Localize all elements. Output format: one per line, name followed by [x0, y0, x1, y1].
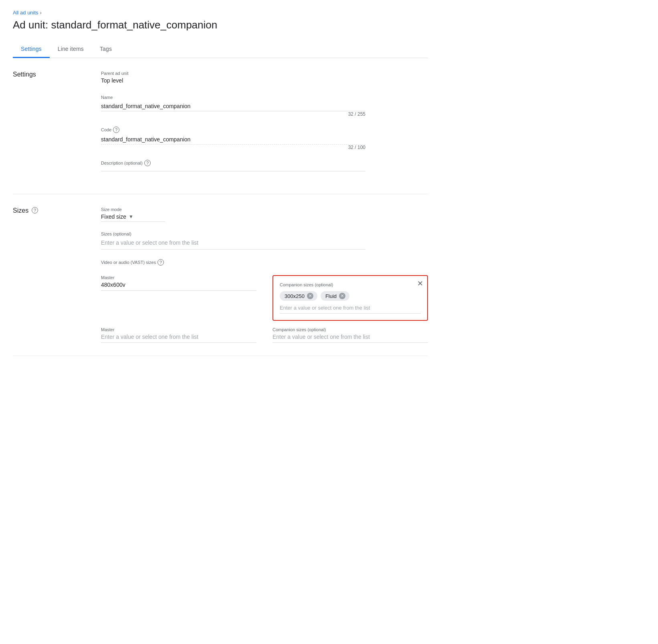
name-label: Name — [101, 95, 428, 100]
master-col-2: Master Enter a value or select one from … — [101, 327, 256, 343]
code-input[interactable] — [101, 135, 365, 145]
master-row-1: Master 480x600v ✕ Companion sizes (optio… — [101, 275, 428, 321]
tab-line-items[interactable]: Line items — [50, 41, 92, 58]
description-label: Description (optional) ? — [101, 160, 428, 166]
tab-tags[interactable]: Tags — [92, 41, 120, 58]
vast-field: Video or audio (VAST) sizes ? — [101, 259, 428, 266]
master-col-1: Master 480x600v — [101, 275, 256, 291]
size-mode-dropdown[interactable]: Fixed size ▼ — [101, 213, 165, 222]
companion-label-2: Companion sizes (optional) — [272, 327, 428, 332]
master-value-1: 480x600v — [101, 282, 256, 291]
chip-remove-1[interactable]: ✕ — [339, 293, 345, 299]
dropdown-arrow-icon: ▼ — [129, 214, 133, 219]
master-label-1: Master — [101, 275, 256, 280]
size-mode-label: Size mode — [101, 207, 428, 212]
vast-label: Video or audio (VAST) sizes ? — [101, 259, 428, 266]
sizes-input-area[interactable]: Enter a value or select one from the lis… — [101, 238, 365, 250]
master-row-2: Master Enter a value or select one from … — [101, 327, 428, 343]
companion-popup-col: ✕ Companion sizes (optional) 300x250 ✕ F… — [272, 275, 428, 321]
size-mode-value: Fixed size — [101, 213, 126, 220]
breadcrumb-link[interactable]: All ad units — [13, 10, 38, 16]
description-field: Description (optional) ? — [101, 160, 428, 171]
name-count: 32 / 255 — [101, 111, 365, 117]
companion-chip-0: 300x250 ✕ — [280, 291, 317, 301]
companion-chips: 300x250 ✕ Fluid ✕ — [280, 291, 421, 301]
companion-chip-1: Fluid ✕ — [321, 291, 349, 301]
sizes-help-icon[interactable]: ? — [32, 207, 38, 213]
size-mode-field: Size mode Fixed size ▼ — [101, 207, 428, 222]
code-help-icon[interactable]: ? — [113, 127, 119, 133]
sizes-content: Size mode Fixed size ▼ Sizes (optional) … — [101, 207, 428, 343]
parent-ad-unit-field: Parent ad unit Top level — [101, 71, 428, 85]
companion-popup-label: Companion sizes (optional) — [280, 282, 421, 287]
description-help-icon[interactable]: ? — [144, 160, 151, 166]
code-field: Code ? 32 / 100 — [101, 127, 428, 150]
master-placeholder-2[interactable]: Enter a value or select one from the lis… — [101, 334, 256, 343]
breadcrumb-chevron: › — [40, 10, 42, 16]
name-input[interactable] — [101, 101, 365, 111]
companion-input[interactable]: Enter a value or select one from the lis… — [280, 305, 421, 314]
chip-value-0: 300x250 — [285, 293, 305, 299]
settings-section: Settings Parent ad unit Top level Name 3… — [13, 58, 428, 194]
code-count: 32 / 100 — [101, 145, 365, 150]
parent-ad-unit-value: Top level — [101, 77, 428, 85]
page-title: Ad unit: standard_format_native_companio… — [13, 19, 428, 31]
companion-popup: ✕ Companion sizes (optional) 300x250 ✕ F… — [272, 275, 428, 321]
companion-popup-close-button[interactable]: ✕ — [417, 280, 423, 287]
master-label-2: Master — [101, 327, 256, 332]
tabs-bar: Settings Line items Tags — [13, 41, 428, 58]
settings-content: Parent ad unit Top level Name 32 / 255 C… — [101, 71, 428, 181]
parent-ad-unit-label: Parent ad unit — [101, 71, 428, 76]
chip-value-1: Fluid — [325, 293, 337, 299]
chip-remove-0[interactable]: ✕ — [307, 293, 313, 299]
tab-settings[interactable]: Settings — [13, 41, 50, 58]
sizes-optional-label: Sizes (optional) — [101, 231, 428, 236]
companion-col-2: Companion sizes (optional) Enter a value… — [272, 327, 428, 343]
vast-help-icon[interactable]: ? — [157, 259, 164, 266]
breadcrumb[interactable]: All ad units › — [13, 10, 428, 16]
companion-placeholder-2[interactable]: Enter a value or select one from the lis… — [272, 334, 428, 343]
code-label: Code ? — [101, 127, 428, 133]
sizes-section-label: Sizes ? — [13, 207, 101, 343]
sizes-placeholder: Enter a value or select one from the lis… — [101, 239, 198, 246]
sizes-section: Sizes ? Size mode Fixed size ▼ Sizes (op… — [13, 194, 428, 356]
description-input-area[interactable] — [101, 168, 365, 171]
sizes-optional-field: Sizes (optional) Enter a value or select… — [101, 231, 428, 250]
settings-section-label: Settings — [13, 71, 101, 181]
name-field: Name 32 / 255 — [101, 95, 428, 117]
